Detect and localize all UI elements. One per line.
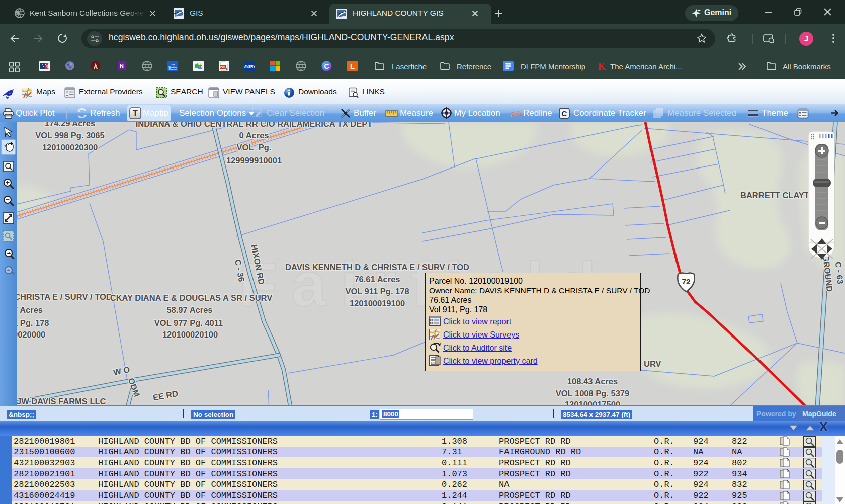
svg-text:0 Acres: 0 Acres: [239, 131, 269, 140]
svg-text:76.61 Acres: 76.61 Acres: [354, 275, 400, 284]
svg-text:7 Acres: 7 Acres: [13, 305, 43, 314]
svg-text:VOL 977 Pg. 4011: VOL 977 Pg. 4011: [154, 318, 223, 327]
svg-text:58.97 Acres: 58.97 Acres: [166, 305, 212, 314]
svg-text:JW DAVIS FARMS LLC: JW DAVIS FARMS LLC: [17, 397, 106, 406]
svg-text:Channel: Channel: [168, 68, 177, 70]
svg-text:C: C: [324, 62, 329, 70]
svg-text:C: C: [562, 109, 567, 118]
svg-text:108.43 Acres: 108.43 Acres: [567, 377, 618, 386]
svg-text:174.29 Acres: 174.29 Acres: [45, 122, 95, 128]
svg-text:AVERY: AVERY: [244, 65, 255, 68]
svg-text:CKAY DIANA E & DOUGLAS A SR /: CKAY DIANA E & DOUGLAS A SR / SURV: [110, 293, 272, 302]
svg-text:0020000: 0020000: [13, 330, 45, 339]
svg-text:VOL 1008 Pg. 5379: VOL 1008 Pg. 5379: [556, 389, 629, 398]
svg-text:1 Pg. 178: 1 Pg. 178: [13, 318, 49, 327]
svg-text:72: 72: [682, 277, 690, 286]
svg-text:K: K: [598, 61, 606, 71]
svg-text:PDF: PDF: [220, 65, 226, 68]
svg-text:120100020300: 120100020300: [42, 143, 98, 152]
svg-text:120100020100: 120100020100: [162, 330, 218, 339]
svg-text:VOL Pg.: VOL Pg.: [237, 143, 272, 152]
svg-text:T: T: [133, 109, 138, 118]
svg-text:L: L: [350, 62, 355, 70]
svg-text:INDIANA & OHIO CENTRAL RR C/O: INDIANA & OHIO CENTRAL RR C/O RAILAMERIC…: [136, 122, 373, 128]
svg-text:VOL 911 Pg. 178: VOL 911 Pg. 178: [345, 287, 409, 296]
svg-text:DAVIS KENNETH D & CHRISTA E /: DAVIS KENNETH D & CHRISTA E / SURV / TOD: [285, 263, 469, 272]
svg-text:CHRISTA E / SURV / TOD: CHRISTA E / SURV / TOD: [14, 292, 112, 301]
svg-text:VOL 998 Pg. 3065: VOL 998 Pg. 3065: [35, 131, 104, 140]
svg-text:120100019100: 120100019100: [350, 299, 405, 308]
svg-text:129999910001: 129999910001: [226, 156, 282, 165]
svg-text:URV: URV: [644, 359, 661, 368]
